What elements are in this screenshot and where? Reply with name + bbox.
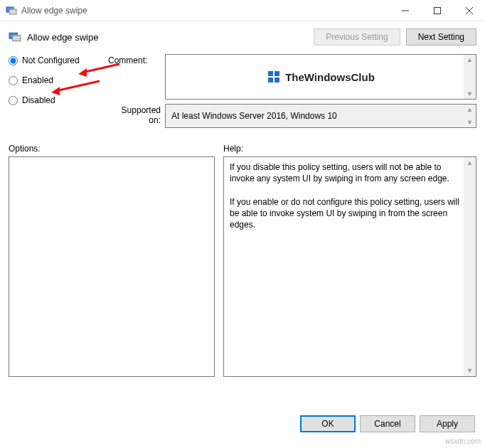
help-label: Help: bbox=[223, 144, 476, 154]
help-text-p2: If you enable or do not configure this p… bbox=[230, 196, 460, 231]
close-button[interactable] bbox=[453, 0, 485, 21]
maximize-button[interactable] bbox=[421, 0, 453, 21]
help-panel: If you disable this policy setting, user… bbox=[223, 156, 476, 377]
radio-disabled[interactable]: Disabled bbox=[9, 95, 108, 105]
previous-setting-button[interactable]: Previous Setting bbox=[314, 28, 400, 46]
radio-enabled[interactable]: Enabled bbox=[9, 75, 108, 85]
policy-icon bbox=[9, 31, 21, 43]
svg-rect-7 bbox=[13, 36, 21, 41]
scroll-down-icon: ▼ bbox=[467, 365, 473, 376]
logo-text: TheWindowsClub bbox=[285, 71, 375, 83]
apply-button[interactable]: Apply bbox=[420, 415, 475, 432]
radio-enabled-label: Enabled bbox=[22, 75, 53, 85]
policy-header: Allow edge swipe Previous Setting Next S… bbox=[0, 21, 485, 54]
radio-not-configured-label: Not Configured bbox=[22, 55, 80, 65]
supported-on-text: At least Windows Server 2016, Windows 10 bbox=[171, 111, 337, 121]
supported-on-field: At least Windows Server 2016, Windows 10… bbox=[165, 104, 476, 128]
radio-disabled-input[interactable] bbox=[9, 96, 18, 105]
scroll-down-icon: ▼ bbox=[467, 117, 473, 127]
radio-not-configured-input[interactable] bbox=[9, 56, 18, 65]
scroll-down-icon: ▼ bbox=[467, 89, 473, 99]
thewindowsclub-logo: TheWindowsClub bbox=[267, 70, 375, 84]
state-radio-group: Not Configured Enabled Disabled bbox=[9, 54, 108, 132]
radio-disabled-label: Disabled bbox=[22, 95, 55, 105]
svg-rect-1 bbox=[9, 9, 16, 14]
cancel-button[interactable]: Cancel bbox=[360, 415, 415, 432]
help-text-p1: If you disable this policy setting, user… bbox=[230, 161, 460, 184]
svg-rect-11 bbox=[275, 78, 279, 82]
titlebar: Allow edge swipe bbox=[0, 0, 485, 21]
watermark: wsxdn.com bbox=[445, 437, 481, 445]
next-setting-button[interactable]: Next Setting bbox=[406, 28, 476, 46]
radio-enabled-input[interactable] bbox=[9, 76, 18, 85]
windows-logo-icon bbox=[267, 70, 281, 84]
window-controls bbox=[389, 0, 485, 21]
radio-not-configured[interactable]: Not Configured bbox=[9, 55, 108, 65]
svg-rect-9 bbox=[275, 71, 279, 76]
supported-scrollbar[interactable]: ▲ ▼ bbox=[464, 105, 476, 127]
minimize-button[interactable] bbox=[389, 0, 421, 21]
svg-rect-10 bbox=[268, 78, 273, 82]
ok-button[interactable]: OK bbox=[300, 415, 356, 432]
comment-scrollbar[interactable]: ▲ ▼ bbox=[464, 55, 476, 99]
comment-label: Comment: bbox=[108, 54, 165, 65]
scroll-up-icon: ▲ bbox=[467, 105, 473, 114]
options-panel bbox=[9, 156, 215, 377]
dialog-buttons: OK Cancel Apply bbox=[300, 415, 475, 432]
window-title: Allow edge swipe bbox=[21, 6, 389, 16]
app-icon bbox=[6, 5, 17, 16]
svg-rect-8 bbox=[268, 71, 273, 76]
supported-label: Supported on: bbox=[108, 104, 165, 125]
scroll-up-icon: ▲ bbox=[467, 55, 473, 65]
policy-name: Allow edge swipe bbox=[27, 32, 308, 43]
options-label: Options: bbox=[9, 144, 215, 154]
help-scrollbar[interactable]: ▲ ▼ bbox=[464, 157, 476, 376]
comment-field[interactable]: TheWindowsClub ▲ ▼ bbox=[165, 54, 476, 100]
svg-rect-3 bbox=[434, 7, 440, 14]
scroll-up-icon: ▲ bbox=[467, 157, 473, 169]
